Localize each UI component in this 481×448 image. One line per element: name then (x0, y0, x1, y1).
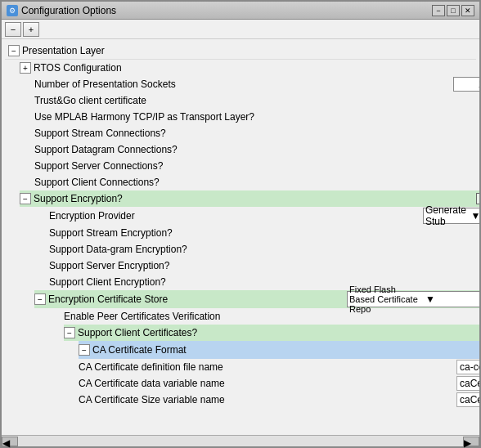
ca-data-var-label: CA Certificate data variable name (79, 378, 225, 389)
cert-store-row: − Encryption Certificate Store Fixed Fla… (34, 290, 479, 308)
cert-store-value: Fixed Flash Based Certificate Repo (349, 284, 424, 314)
use-mplab-label-cell: Use MPLAB Harmony TCP/IP as Transport La… (34, 111, 479, 123)
support-encryption-label-cell: − Support Encryption? (20, 193, 476, 204)
stream-enc-label: Support Stream Encryption? (49, 227, 173, 239)
num-sockets-row: Number of Presentation Sockets ▲ ▼ (34, 76, 479, 92)
enc-provider-row: Encryption Provider Generate Stub ▼ (49, 207, 479, 225)
enc-provider-control: Generate Stub ▼ (423, 208, 479, 224)
presentation-layer-label: Presentation Layer (22, 45, 105, 56)
cert-store-label: Encryption Certificate Store (48, 293, 168, 305)
ca-def-file-control (456, 360, 479, 374)
presentation-layer-toggle[interactable]: − (8, 45, 20, 56)
num-sockets-control: ▲ ▼ (453, 77, 479, 92)
support-encryption-row: − Support Encryption? (20, 190, 479, 207)
configuration-window: ⚙ Configuration Options − □ ✕ − + − Pres… (0, 0, 481, 448)
content-area: − Presentation Layer + RTOS Configuratio… (2, 39, 479, 435)
restore-button[interactable]: □ (447, 5, 460, 16)
window-title: Configuration Options (21, 5, 116, 16)
cert-store-label-cell: − Encryption Certificate Store (34, 293, 347, 305)
scrollbar-left-button[interactable]: ◀ (2, 437, 18, 446)
ca-def-file-input[interactable] (456, 360, 479, 374)
server-enc-label-cell: Support Server Encryption? (49, 260, 479, 271)
support-datagram-row: Support Datagram Connections? (34, 141, 479, 158)
minimize-button[interactable]: − (432, 5, 445, 16)
ca-cert-format-label: CA Certificate Format (92, 344, 187, 356)
ca-def-file-row: CA Certificate definition file name (79, 359, 479, 375)
titlebar-icon: ⚙ (7, 5, 18, 16)
horizontal-scrollbar[interactable]: ◀ ▶ (2, 435, 479, 446)
trust-go-label: Trust&Go client certificate (34, 95, 146, 106)
titlebar-controls: − □ ✕ (432, 5, 474, 16)
rtos-config-label: RTOS Configuration (34, 62, 122, 74)
rtos-config-label-cell: + RTOS Configuration (20, 62, 479, 74)
ca-cert-format-toggle[interactable]: − (79, 344, 90, 356)
rtos-config-row: + RTOS Configuration (20, 60, 479, 76)
num-sockets-label-cell: Number of Presentation Sockets (34, 78, 453, 90)
ca-data-var-row: CA Certificate data variable name (79, 375, 479, 392)
ca-def-file-label: CA Certificate definition file name (79, 361, 223, 373)
enc-provider-value: Generate Stub (425, 204, 470, 227)
support-server-row: Support Server Connections? (34, 158, 479, 174)
ca-size-var-input[interactable] (456, 392, 479, 407)
use-mplab-label: Use MPLAB Harmony TCP/IP as Transport La… (34, 111, 254, 123)
support-encryption-toggle[interactable]: − (20, 193, 31, 204)
datagram-enc-row: Support Data-gram Encryption? (49, 241, 479, 258)
ca-data-var-control (456, 376, 479, 391)
support-client-label-cell: Support Client Connections? (34, 177, 479, 188)
ca-cert-format-row: − CA Certificate Format ASN1 ▼ (79, 341, 479, 359)
scrollbar-right-button[interactable]: ▶ (463, 437, 479, 446)
cert-store-toggle[interactable]: − (34, 293, 46, 305)
ca-cert-format-label-cell: − CA Certificate Format (79, 344, 479, 356)
rtos-config-toggle[interactable]: + (20, 62, 31, 74)
trust-go-label-cell: Trust&Go client certificate (34, 95, 479, 106)
enc-provider-label-cell: Encryption Provider (49, 210, 423, 222)
enc-provider-label: Encryption Provider (49, 210, 135, 222)
ca-data-var-input[interactable] (456, 376, 479, 391)
expand-button[interactable]: + (23, 22, 39, 37)
client-enc-label: Support Client Encryption? (49, 276, 166, 288)
support-client-row: Support Client Connections? (34, 174, 479, 190)
cert-store-arrow: ▼ (425, 293, 479, 305)
support-datagram-label-cell: Support Datagram Connections? (34, 144, 479, 155)
use-mplab-row: Use MPLAB Harmony TCP/IP as Transport La… (34, 109, 479, 125)
support-client-label: Support Client Connections? (34, 177, 160, 188)
num-sockets-input[interactable] (454, 78, 479, 91)
support-client-certs-toggle[interactable]: − (64, 327, 75, 338)
support-encryption-checkbox[interactable] (476, 193, 479, 204)
support-stream-label: Support Stream Connections? (34, 128, 166, 139)
support-client-certs-label-cell: − Support Client Certificates? (64, 327, 479, 338)
titlebar: ⚙ Configuration Options − □ ✕ (2, 2, 479, 20)
enc-provider-dropdown[interactable]: Generate Stub ▼ (423, 208, 479, 224)
ca-size-var-row: CA Certificate Size variable name (79, 392, 479, 408)
server-enc-row: Support Server Encryption? (49, 258, 479, 274)
server-enc-label: Support Server Encryption? (49, 260, 169, 271)
stream-enc-row: Support Stream Encryption? (49, 225, 479, 241)
num-sockets-label: Number of Presentation Sockets (34, 78, 176, 90)
collapse-button[interactable]: − (5, 22, 21, 37)
enable-peer-label-cell: Enable Peer Certificates Verification (64, 311, 479, 322)
close-button[interactable]: ✕ (461, 5, 474, 16)
support-datagram-label: Support Datagram Connections? (34, 144, 178, 155)
support-encryption-control (476, 193, 479, 204)
num-sockets-spinbox[interactable]: ▲ ▼ (453, 77, 479, 92)
enc-provider-arrow: ▼ (471, 210, 480, 222)
datagram-enc-label-cell: Support Data-gram Encryption? (49, 244, 479, 255)
ca-size-var-label: CA Certificate Size variable name (79, 394, 225, 405)
enable-peer-label: Enable Peer Certificates Verification (64, 311, 220, 322)
enable-peer-row: Enable Peer Certificates Verification (64, 308, 479, 325)
titlebar-title: ⚙ Configuration Options (7, 5, 116, 16)
ca-size-var-control (456, 392, 479, 407)
support-client-certs-row: − Support Client Certificates? (64, 325, 479, 341)
support-stream-label-cell: Support Stream Connections? (34, 128, 479, 139)
ca-data-var-label-cell: CA Certificate data variable name (79, 378, 456, 389)
presentation-layer-header: − Presentation Layer (5, 43, 476, 60)
support-encryption-label: Support Encryption? (34, 193, 123, 204)
ca-size-var-label-cell: CA Certificate Size variable name (79, 394, 456, 405)
cert-store-dropdown[interactable]: Fixed Flash Based Certificate Repo ▼ (347, 291, 479, 307)
support-server-label: Support Server Connections? (34, 160, 163, 172)
support-client-certs-label: Support Client Certificates? (78, 327, 197, 338)
trust-go-row: Trust&Go client certificate (34, 92, 479, 109)
ca-def-file-label-cell: CA Certificate definition file name (79, 361, 456, 373)
cert-store-control: Fixed Flash Based Certificate Repo ▼ (347, 291, 479, 307)
stream-enc-label-cell: Support Stream Encryption? (49, 227, 479, 239)
